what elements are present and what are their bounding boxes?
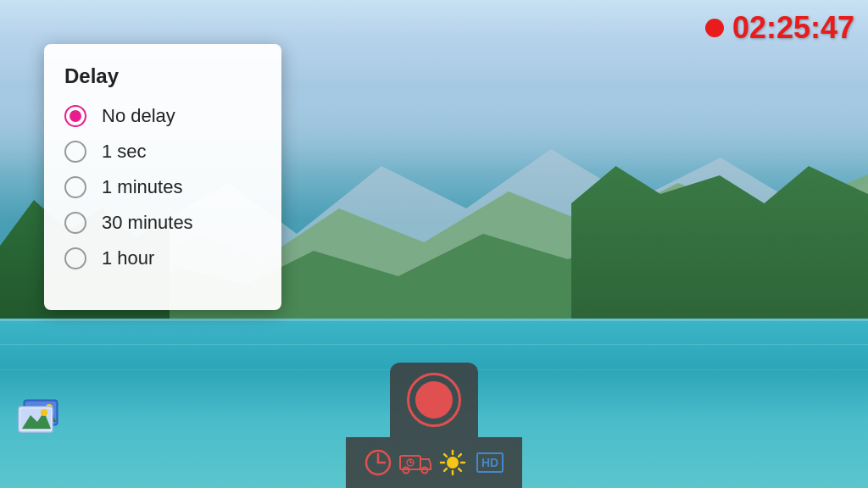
label-no-delay: No delay bbox=[102, 105, 175, 127]
clock-timer-button[interactable] bbox=[359, 444, 397, 481]
svg-line-28 bbox=[459, 454, 461, 457]
record-button-area bbox=[390, 363, 478, 437]
timer-display: 02:25:47 bbox=[705, 10, 854, 46]
svg-point-10 bbox=[41, 409, 47, 416]
label-1hour: 1 hour bbox=[102, 247, 154, 269]
option-1sec[interactable]: 1 sec bbox=[64, 141, 254, 163]
timer-text: 02:25:47 bbox=[732, 10, 854, 46]
radio-no-delay[interactable] bbox=[64, 105, 86, 127]
record-button[interactable] bbox=[407, 373, 461, 427]
label-1min: 1 minutes bbox=[102, 176, 182, 198]
label-1sec: 1 sec bbox=[102, 141, 147, 163]
tools-bar: HD bbox=[346, 437, 522, 488]
gallery-button[interactable] bbox=[17, 395, 64, 437]
radio-1min[interactable] bbox=[64, 176, 86, 198]
radio-1sec[interactable] bbox=[64, 141, 86, 163]
recording-indicator bbox=[705, 19, 724, 37]
delay-panel: Delay No delay 1 sec 1 minutes 30 minute… bbox=[44, 44, 281, 310]
record-button-inner bbox=[415, 381, 453, 419]
delay-title: Delay bbox=[64, 64, 254, 88]
hd-badge-label: HD bbox=[476, 452, 504, 473]
brightness-button[interactable] bbox=[434, 444, 471, 481]
radio-30min[interactable] bbox=[64, 212, 86, 234]
svg-line-29 bbox=[444, 469, 447, 471]
svg-line-27 bbox=[459, 469, 461, 471]
radio-1hour[interactable] bbox=[64, 247, 86, 269]
bottom-toolbar: HD bbox=[346, 363, 522, 488]
option-30min[interactable]: 30 minutes bbox=[64, 212, 254, 234]
svg-line-26 bbox=[444, 454, 447, 457]
delay-button[interactable] bbox=[397, 444, 434, 481]
svg-point-21 bbox=[447, 457, 459, 469]
option-no-delay[interactable]: No delay bbox=[64, 105, 254, 127]
label-30min: 30 minutes bbox=[102, 212, 193, 234]
hd-quality-button[interactable]: HD bbox=[471, 444, 509, 481]
option-1min[interactable]: 1 minutes bbox=[64, 176, 254, 198]
option-1hour[interactable]: 1 hour bbox=[64, 247, 254, 269]
